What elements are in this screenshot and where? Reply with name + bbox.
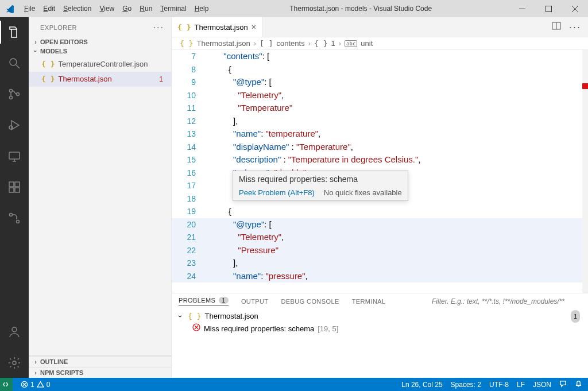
activity-search-icon[interactable] bbox=[0, 52, 29, 75]
hover-problem-tooltip: Miss required properties: schema Peek Pr… bbox=[233, 171, 408, 201]
menu-bar: File Edit Selection View Go Run Terminal… bbox=[20, 0, 212, 17]
activity-iot-icon[interactable] bbox=[0, 207, 29, 230]
json-file-icon: { } bbox=[41, 73, 55, 86]
svg-rect-7 bbox=[9, 182, 14, 187]
minimap[interactable] bbox=[582, 50, 588, 293]
split-editor-icon[interactable] bbox=[552, 21, 561, 33]
activity-settings-icon[interactable] bbox=[0, 351, 29, 374]
menu-terminal[interactable]: Terminal bbox=[156, 0, 190, 17]
activity-debug-icon[interactable] bbox=[0, 114, 29, 137]
no-quick-fix-text: No quick fixes available bbox=[324, 188, 402, 197]
menu-go[interactable]: Go bbox=[118, 0, 136, 17]
status-language[interactable]: JSON bbox=[533, 381, 551, 389]
status-bell-icon[interactable] bbox=[575, 380, 582, 389]
sidebar-more-icon[interactable]: ··· bbox=[153, 25, 164, 30]
chevron-down-icon: › bbox=[174, 312, 187, 320]
svg-rect-8 bbox=[15, 182, 20, 187]
title-bar: File Edit Selection View Go Run Terminal… bbox=[0, 0, 588, 17]
sidebar: EXPLORER ··· › OPEN EDITORS › MODELS { }… bbox=[29, 17, 172, 378]
status-eol[interactable]: LF bbox=[517, 381, 525, 389]
menu-view[interactable]: View bbox=[95, 0, 118, 17]
menu-edit[interactable]: Edit bbox=[39, 0, 59, 17]
error-icon bbox=[192, 323, 200, 335]
svg-point-3 bbox=[10, 96, 13, 99]
tab-bar: { } Thermostat.json × ··· bbox=[172, 17, 588, 37]
file-row[interactable]: { } TemperatureController.json bbox=[29, 57, 171, 72]
editor: { } Thermostat.json × ··· { } Thermostat… bbox=[172, 17, 588, 378]
svg-point-13 bbox=[12, 327, 17, 332]
window-controls bbox=[509, 0, 588, 17]
status-lncol[interactable]: Ln 26, Col 25 bbox=[401, 381, 442, 389]
sidebar-title: EXPLORER bbox=[40, 24, 77, 31]
svg-rect-10 bbox=[15, 188, 20, 192]
open-editors-section[interactable]: › OPEN EDITORS bbox=[29, 37, 171, 47]
svg-rect-9 bbox=[9, 188, 14, 192]
svg-point-5 bbox=[9, 126, 13, 129]
panel-tab-problems[interactable]: PROBLEMS 1 bbox=[179, 297, 229, 305]
json-file-icon: { } bbox=[180, 39, 193, 48]
hover-message: Miss required properties: schema bbox=[233, 171, 408, 186]
json-file-icon: { } bbox=[177, 23, 191, 32]
activity-remote-icon[interactable] bbox=[0, 145, 29, 168]
svg-rect-6 bbox=[9, 152, 20, 159]
bottom-panel: PROBLEMS 1 OUTPUT DEBUG CONSOLE TERMINAL… bbox=[172, 293, 588, 378]
svg-point-11 bbox=[10, 214, 13, 216]
close-button[interactable] bbox=[562, 0, 588, 17]
menu-file[interactable]: File bbox=[20, 0, 39, 17]
panel-tab-debug-console[interactable]: DEBUG CONSOLE bbox=[281, 298, 339, 305]
panel-tab-terminal[interactable]: TERMINAL bbox=[352, 298, 386, 305]
window-title: Thermostat.json - models - Visual Studio… bbox=[212, 5, 509, 13]
npm-scripts-section[interactable]: › NPM SCRIPTS bbox=[29, 367, 171, 378]
code-editor[interactable]: 7 "contents": [8 {9 "@type": [10 "Teleme… bbox=[172, 50, 588, 293]
menu-help[interactable]: Help bbox=[191, 0, 213, 17]
remote-indicator[interactable] bbox=[0, 378, 13, 391]
svg-point-4 bbox=[17, 93, 20, 96]
chevron-right-icon: › bbox=[31, 358, 40, 365]
file-row[interactable]: { } Thermostat.json 1 bbox=[29, 72, 171, 87]
chevron-down-icon: › bbox=[32, 47, 39, 56]
close-tab-icon[interactable]: × bbox=[252, 22, 256, 32]
outline-section[interactable]: › OUTLINE bbox=[29, 356, 171, 367]
status-problems[interactable]: 1 0 bbox=[21, 381, 50, 389]
problems-error-row[interactable]: Miss required properties: schema [19, 5] bbox=[176, 323, 583, 335]
problems-file-row[interactable]: › { } Thermostat.json 1 bbox=[176, 310, 583, 323]
json-file-icon: { } bbox=[188, 310, 201, 323]
svg-point-2 bbox=[10, 90, 13, 92]
maximize-button[interactable] bbox=[535, 0, 562, 17]
activity-bar bbox=[0, 17, 29, 378]
problems-filter-input[interactable] bbox=[432, 297, 581, 305]
activity-account-icon[interactable] bbox=[0, 320, 29, 343]
svg-point-1 bbox=[10, 59, 17, 65]
minimize-button[interactable] bbox=[509, 0, 535, 17]
panel-tab-output[interactable]: OUTPUT bbox=[241, 298, 269, 305]
json-file-icon: { } bbox=[41, 58, 55, 71]
editor-tab[interactable]: { } Thermostat.json × bbox=[172, 17, 262, 37]
editor-more-icon[interactable]: ··· bbox=[569, 21, 581, 33]
chevron-right-icon: › bbox=[31, 38, 40, 45]
activity-scm-icon[interactable] bbox=[0, 83, 29, 106]
menu-run[interactable]: Run bbox=[136, 0, 156, 17]
breadcrumbs[interactable]: { } Thermostat.json › [ ] contents › { }… bbox=[172, 37, 588, 50]
svg-point-12 bbox=[17, 220, 20, 223]
status-feedback-icon[interactable] bbox=[559, 380, 567, 389]
svg-rect-0 bbox=[546, 6, 551, 11]
activity-explorer-icon[interactable] bbox=[0, 21, 29, 44]
activity-extensions-icon[interactable] bbox=[0, 176, 29, 199]
sidebar-header: EXPLORER ··· bbox=[29, 17, 171, 37]
folder-section[interactable]: › MODELS bbox=[29, 47, 171, 56]
status-encoding[interactable]: UTF-8 bbox=[489, 381, 509, 389]
string-icon: abc bbox=[345, 40, 357, 47]
status-bar: 1 0 Ln 26, Col 25 Spaces: 2 UTF-8 LF JSO… bbox=[0, 378, 588, 391]
peek-problem-link[interactable]: Peek Problem (Alt+F8) bbox=[239, 188, 315, 197]
vscode-icon bbox=[0, 4, 20, 13]
status-spaces[interactable]: Spaces: 2 bbox=[451, 381, 481, 389]
chevron-right-icon: › bbox=[31, 369, 40, 376]
svg-point-14 bbox=[13, 361, 16, 365]
menu-selection[interactable]: Selection bbox=[59, 0, 95, 17]
